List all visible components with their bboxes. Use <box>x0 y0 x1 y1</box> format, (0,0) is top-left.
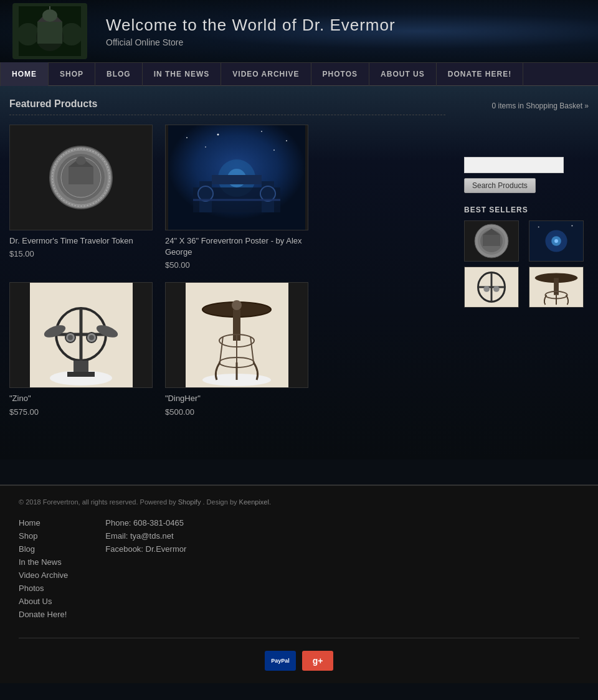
svg-point-67 <box>571 225 572 227</box>
bs-item-2[interactable] <box>529 220 584 262</box>
nav-home[interactable]: HOME <box>0 62 49 86</box>
paypal-icon: PayPal <box>265 651 296 671</box>
footer-facebook: Facebook: Dr.Evermor <box>105 544 186 554</box>
svg-rect-30 <box>212 175 262 184</box>
search-section: Search Products <box>464 120 589 193</box>
product-card-2[interactable]: 24" X 36" Forevertron Poster - by Alex G… <box>165 125 308 270</box>
product-card-4[interactable]: "DingHer" $500.00 <box>165 282 308 416</box>
site-logo[interactable] <box>12 3 87 59</box>
bs-item-3[interactable] <box>464 267 519 308</box>
product-image-1 <box>9 125 153 230</box>
footer-shopify-link[interactable]: Shopify <box>178 498 201 506</box>
product-card-3[interactable]: "Zino" $575.00 <box>9 282 153 416</box>
shopping-basket[interactable]: 0 items in Shopping Basket » <box>464 95 589 110</box>
footer-blog-link[interactable]: Blog <box>19 544 68 554</box>
svg-point-19 <box>217 134 219 136</box>
footer-photos-link[interactable]: Photos <box>19 584 68 593</box>
header: Welcome to the World of Dr. Evermor Offi… <box>0 0 598 62</box>
product-image-4 <box>165 282 308 388</box>
nav-donate[interactable]: DONATE HERE! <box>437 62 523 86</box>
svg-point-72 <box>483 286 490 292</box>
svg-point-23 <box>273 149 275 151</box>
nav-blog[interactable]: BLOG <box>95 62 143 86</box>
content-area: Featured Products <box>0 86 455 429</box>
content-wrapper: Featured Products <box>0 86 598 460</box>
footer-nav: Home Shop Blog In the News Video Archive… <box>19 518 68 619</box>
footer-columns: Home Shop Blog In the News Video Archive… <box>19 518 579 619</box>
featured-title: Featured Products <box>9 98 445 115</box>
svg-rect-13 <box>69 167 93 184</box>
product-name-3: "Zino" <box>9 393 153 404</box>
google-plus-icon: g+ <box>302 651 333 671</box>
products-grid: Dr. Evermor's Time Travelor Token $15.00 <box>9 125 445 417</box>
product-name-1: Dr. Evermor's Time Travelor Token <box>9 235 153 247</box>
basket-text: 0 items in Shopping Basket » <box>492 102 589 110</box>
footer-phone: Phone: 608-381-0465 <box>105 518 186 527</box>
svg-rect-76 <box>554 278 559 295</box>
nav-about-us[interactable]: ABOUT US <box>369 62 437 86</box>
footer-shop-link[interactable]: Shop <box>19 531 68 541</box>
nav-photos[interactable]: PHOTOS <box>311 62 369 86</box>
best-sellers-title: BEST SELLERS <box>464 206 589 214</box>
main-row: Featured Products <box>0 86 598 429</box>
nav-shop[interactable]: SHOP <box>49 62 95 86</box>
nav-video-archive[interactable]: VIDEO ARCHIVE <box>221 62 311 86</box>
product-name-4: "DingHer" <box>165 393 308 404</box>
footer-payment-icons: PayPal g+ <box>19 638 579 671</box>
main-nav: HOME SHOP BLOG IN THE NEWS VIDEO ARCHIVE… <box>0 62 598 86</box>
product-name-2: 24" X 36" Forevertron Poster - by Alex G… <box>165 235 308 258</box>
svg-rect-60 <box>483 235 500 246</box>
footer: © 2018 Forevertron, all rights reserved.… <box>0 485 598 683</box>
footer-about-link[interactable]: About Us <box>19 597 68 606</box>
svg-point-20 <box>261 131 262 132</box>
product-image-2 <box>165 125 308 230</box>
svg-rect-45 <box>74 361 88 372</box>
product-card-1[interactable]: Dr. Evermor's Time Travelor Token $15.00 <box>9 125 153 270</box>
footer-video-link[interactable]: Video Archive <box>19 570 68 580</box>
product-price-2: $50.00 <box>165 260 308 270</box>
footer-copy-text: © 2018 Forevertron, all rights reserved.… <box>19 498 176 506</box>
product-price-4: $500.00 <box>165 407 308 417</box>
svg-point-56 <box>232 300 242 310</box>
footer-design-text: . Design by <box>203 498 237 506</box>
svg-point-65 <box>554 239 558 243</box>
svg-point-18 <box>186 137 187 138</box>
bs-item-4[interactable] <box>529 267 584 308</box>
svg-point-73 <box>493 286 500 292</box>
site-subtitle: Official Online Store <box>106 37 396 47</box>
svg-point-42 <box>89 335 94 340</box>
product-price-1: $15.00 <box>9 249 153 258</box>
svg-point-41 <box>68 335 73 340</box>
footer-home-link[interactable]: Home <box>19 518 68 527</box>
bs-item-1[interactable] <box>464 220 519 262</box>
svg-point-15 <box>76 156 86 165</box>
best-sellers-grid <box>464 220 589 308</box>
svg-point-21 <box>286 140 287 141</box>
footer-email: Email: tya@tds.net <box>105 531 186 541</box>
svg-point-66 <box>538 227 539 228</box>
site-title: Welcome to the World of Dr. Evermor <box>106 16 396 35</box>
footer-copyright: © 2018 Forevertron, all rights reserved.… <box>19 498 579 506</box>
footer-donate-link[interactable]: Donate Here! <box>19 610 68 619</box>
nav-in-the-news[interactable]: IN THE NEWS <box>143 62 222 86</box>
svg-rect-46 <box>67 372 95 377</box>
search-button[interactable]: Search Products <box>464 178 536 193</box>
footer-news-link[interactable]: In the News <box>19 557 68 567</box>
product-image-3 <box>9 282 153 388</box>
product-price-3: $575.00 <box>9 407 153 417</box>
svg-point-6 <box>42 9 57 22</box>
search-input[interactable] <box>464 157 564 173</box>
svg-rect-4 <box>37 22 62 44</box>
sidebar: 0 items in Shopping Basket » Search Prod… <box>455 86 598 429</box>
svg-point-22 <box>205 146 206 148</box>
footer-designer-link[interactable]: Keenpixel <box>239 498 269 506</box>
footer-contact: Phone: 608-381-0465 Email: tya@tds.net F… <box>105 518 186 619</box>
header-text: Welcome to the World of Dr. Evermor Offi… <box>106 16 396 47</box>
